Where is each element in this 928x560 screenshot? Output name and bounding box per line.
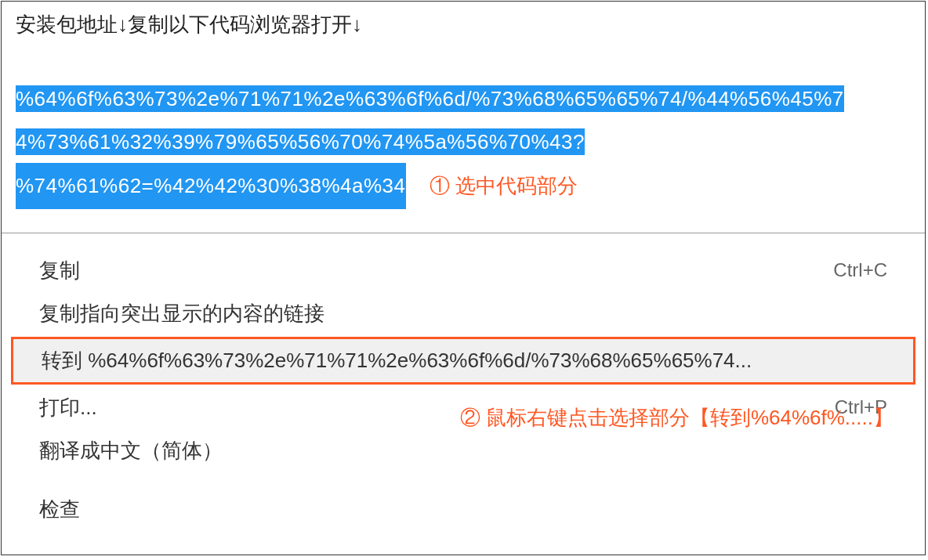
menu-translate-label: 翻译成中文（简体） <box>39 437 223 464</box>
menu-print-label: 打印... <box>39 394 97 421</box>
code-line-1[interactable]: %64%6f%63%73%2e%71%71%2e%63%6f%6d/%73%68… <box>16 85 844 112</box>
menu-copy-label: 复制 <box>39 257 80 284</box>
menu-copy[interactable]: 复制 Ctrl+C <box>2 249 925 292</box>
menu-divider <box>2 472 925 488</box>
context-menu: 复制 Ctrl+C 复制指向突出显示的内容的链接 转到 %64%6f%63%73… <box>2 233 925 555</box>
annotation-step-2: ② 鼠标右键点击选择部分【转到%64%6f%.....】 <box>460 404 894 432</box>
url-code-block[interactable]: %64%6f%63%73%2e%71%71%2e%63%6f%6d/%73%68… <box>16 78 911 209</box>
menu-translate[interactable]: 翻译成中文（简体） <box>2 429 925 472</box>
menu-goto-label: 转到 %64%6f%63%73%2e%71%71%2e%63%6f%6d/%73… <box>42 347 752 374</box>
menu-copy-shortcut: Ctrl+C <box>833 259 887 281</box>
menu-inspect[interactable]: 检查 <box>2 488 925 531</box>
main-container: 安装包地址↓复制以下代码浏览器打开↓ %64%6f%63%73%2e%71%71… <box>1 1 926 555</box>
code-section: 安装包地址↓复制以下代码浏览器打开↓ %64%6f%63%73%2e%71%71… <box>2 2 925 233</box>
code-line-2[interactable]: 4%73%61%32%39%79%65%56%70%74%5a%56%70%43… <box>16 128 585 155</box>
menu-goto[interactable]: 转到 %64%6f%63%73%2e%71%71%2e%63%6f%6d/%73… <box>11 337 915 385</box>
annotation-step-3: ③如果鼠标右键点击不能打开，选择【复制并粘贴】到浏览器地址栏回车打开 <box>0 556 928 560</box>
menu-inspect-label: 检查 <box>39 496 80 523</box>
menu-copy-link-label: 复制指向突出显示的内容的链接 <box>39 300 324 327</box>
code-line-3[interactable]: %74%61%62=%42%42%30%38%4a%34 <box>16 163 406 209</box>
section-title: 安装包地址↓复制以下代码浏览器打开↓ <box>16 11 911 38</box>
menu-copy-link[interactable]: 复制指向突出显示的内容的链接 <box>2 292 925 335</box>
annotation-step-1: ① 选中代码部分 <box>430 164 578 208</box>
